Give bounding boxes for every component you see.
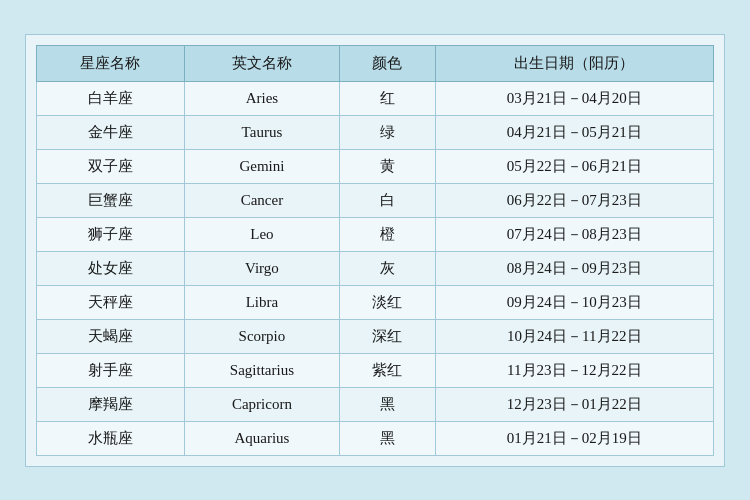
cell-chinese-name: 处女座 [37,251,185,285]
cell-dates: 09月24日－10月23日 [435,285,713,319]
cell-english-name: Capricorn [184,387,339,421]
cell-english-name: Cancer [184,183,339,217]
cell-english-name: Gemini [184,149,339,183]
cell-color: 黑 [339,387,435,421]
zodiac-table: 星座名称 英文名称 颜色 出生日期（阳历） 白羊座Aries红03月21日－04… [36,45,714,456]
cell-dates: 04月21日－05月21日 [435,115,713,149]
header-chinese-name: 星座名称 [37,45,185,81]
cell-chinese-name: 巨蟹座 [37,183,185,217]
cell-chinese-name: 天蝎座 [37,319,185,353]
table-row: 双子座Gemini黄05月22日－06月21日 [37,149,714,183]
cell-chinese-name: 白羊座 [37,81,185,115]
zodiac-table-container: 星座名称 英文名称 颜色 出生日期（阳历） 白羊座Aries红03月21日－04… [25,34,725,467]
table-row: 天蝎座Scorpio深红10月24日－11月22日 [37,319,714,353]
cell-english-name: Leo [184,217,339,251]
cell-chinese-name: 射手座 [37,353,185,387]
cell-dates: 07月24日－08月23日 [435,217,713,251]
table-row: 狮子座Leo橙07月24日－08月23日 [37,217,714,251]
cell-color: 红 [339,81,435,115]
table-row: 天秤座Libra淡红09月24日－10月23日 [37,285,714,319]
table-row: 处女座Virgo灰08月24日－09月23日 [37,251,714,285]
table-row: 金牛座Taurus绿04月21日－05月21日 [37,115,714,149]
cell-chinese-name: 水瓶座 [37,421,185,455]
cell-color: 橙 [339,217,435,251]
cell-color: 灰 [339,251,435,285]
cell-dates: 05月22日－06月21日 [435,149,713,183]
cell-color: 黑 [339,421,435,455]
cell-english-name: Sagittarius [184,353,339,387]
cell-dates: 10月24日－11月22日 [435,319,713,353]
cell-color: 黄 [339,149,435,183]
cell-color: 深红 [339,319,435,353]
cell-color: 紫红 [339,353,435,387]
cell-dates: 01月21日－02月19日 [435,421,713,455]
cell-dates: 03月21日－04月20日 [435,81,713,115]
cell-english-name: Scorpio [184,319,339,353]
header-dates: 出生日期（阳历） [435,45,713,81]
cell-english-name: Virgo [184,251,339,285]
table-row: 射手座Sagittarius紫红11月23日－12月22日 [37,353,714,387]
header-english-name: 英文名称 [184,45,339,81]
cell-english-name: Aquarius [184,421,339,455]
cell-chinese-name: 天秤座 [37,285,185,319]
cell-chinese-name: 狮子座 [37,217,185,251]
table-row: 水瓶座Aquarius黑01月21日－02月19日 [37,421,714,455]
cell-dates: 06月22日－07月23日 [435,183,713,217]
cell-chinese-name: 金牛座 [37,115,185,149]
cell-color: 白 [339,183,435,217]
table-header-row: 星座名称 英文名称 颜色 出生日期（阳历） [37,45,714,81]
table-body: 白羊座Aries红03月21日－04月20日金牛座Taurus绿04月21日－0… [37,81,714,455]
cell-english-name: Libra [184,285,339,319]
cell-color: 淡红 [339,285,435,319]
cell-dates: 08月24日－09月23日 [435,251,713,285]
table-row: 巨蟹座Cancer白06月22日－07月23日 [37,183,714,217]
cell-color: 绿 [339,115,435,149]
cell-english-name: Taurus [184,115,339,149]
cell-chinese-name: 摩羯座 [37,387,185,421]
cell-english-name: Aries [184,81,339,115]
header-color: 颜色 [339,45,435,81]
cell-dates: 11月23日－12月22日 [435,353,713,387]
cell-dates: 12月23日－01月22日 [435,387,713,421]
table-row: 摩羯座Capricorn黑12月23日－01月22日 [37,387,714,421]
table-row: 白羊座Aries红03月21日－04月20日 [37,81,714,115]
cell-chinese-name: 双子座 [37,149,185,183]
